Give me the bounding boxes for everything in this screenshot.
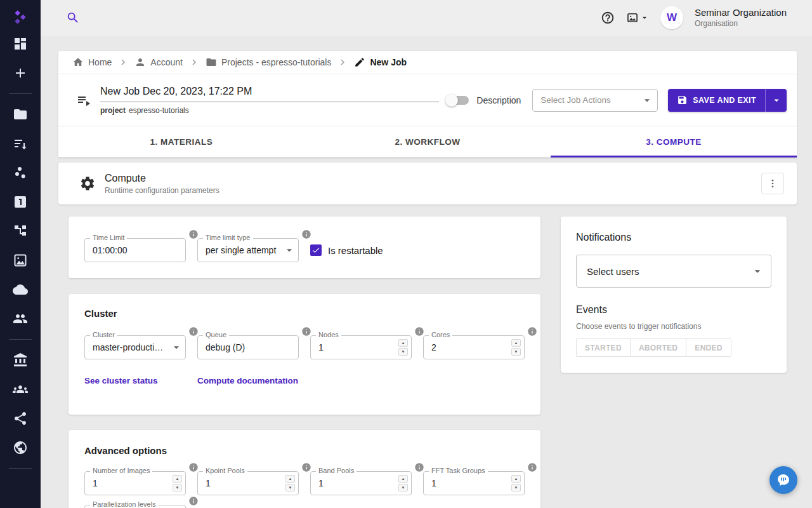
kpoint-pools-stepper[interactable] — [285, 475, 295, 491]
folder-icon — [206, 57, 217, 68]
info-icon[interactable] — [301, 229, 311, 239]
save-button-label: SAVE AND EXIT — [693, 96, 756, 105]
sidebar-divider — [9, 339, 32, 340]
breadcrumb-new-job[interactable]: New Job — [354, 57, 407, 68]
description-toggle[interactable] — [447, 96, 469, 105]
tab-materials[interactable]: 1. MATERIALS — [58, 126, 304, 157]
users-group-icon[interactable] — [13, 382, 28, 397]
job-title-input[interactable]: New Job Dec 20, 2023, 17:22 PM — [100, 86, 439, 102]
project-label: project — [100, 106, 126, 115]
info-icon[interactable] — [527, 462, 537, 472]
is-restartable-row: Is restartable — [310, 238, 383, 262]
cluster-section-title: Cluster — [69, 294, 540, 319]
fft-task-groups-input[interactable] — [424, 472, 524, 495]
cluster-links-row: See cluster status Compute documentation — [69, 376, 540, 385]
parallelization-levels-fieldwrap: Parallelization levels — [84, 505, 186, 508]
parallelization-levels-label: Parallelization levels — [90, 500, 159, 508]
time-limit-type-label: Time limit type — [203, 234, 253, 242]
number-of-images-input[interactable] — [85, 472, 185, 495]
stepper-up-icon[interactable] — [285, 475, 295, 483]
nodes-input[interactable] — [311, 336, 411, 359]
jobs-sort-icon[interactable] — [13, 136, 28, 151]
stepper-down-icon[interactable] — [173, 484, 182, 491]
number-of-images-label: Number of Images — [90, 467, 152, 475]
time-limit-row: Time Limit Time limit type per single at… — [69, 217, 540, 262]
breadcrumb-home[interactable]: Home — [72, 57, 112, 68]
stepper-down-icon[interactable] — [511, 484, 521, 491]
share-icon[interactable] — [13, 411, 28, 426]
search-icon[interactable] — [66, 11, 80, 25]
see-cluster-status-link[interactable]: See cluster status — [84, 376, 197, 385]
add-new-icon[interactable] — [13, 65, 28, 81]
check-icon — [311, 246, 320, 255]
stepper-up-icon[interactable] — [398, 339, 408, 347]
feedback-menu-icon[interactable] — [626, 11, 649, 24]
events-caption: Choose events to trigger notifications — [576, 322, 771, 331]
compute-documentation-link[interactable]: Compute documentation — [197, 376, 298, 385]
band-pools-fieldwrap: Band Pools — [310, 471, 412, 495]
section-menu-button[interactable] — [761, 173, 784, 194]
is-restartable-checkbox[interactable] — [310, 244, 322, 256]
stepper-up-icon[interactable] — [398, 475, 408, 483]
job-actions-select[interactable]: Select Job Actions — [532, 89, 658, 112]
breadcrumb-account[interactable]: Account — [134, 57, 183, 68]
breadcrumb-label: Projects - espresso-tutorials — [221, 57, 332, 67]
time-limit-input[interactable] — [85, 239, 185, 262]
home-icon — [72, 57, 84, 68]
nodes-stepper[interactable] — [398, 339, 408, 356]
band-pools-stepper[interactable] — [398, 475, 408, 491]
counter-one-icon[interactable] — [13, 194, 28, 210]
breadcrumb-projects[interactable]: Projects - espresso-tutorials — [206, 57, 332, 68]
stepper-up-icon[interactable] — [511, 339, 521, 347]
job-tabs: 1. MATERIALS 2. WORKFLOW 3. COMPUTE — [58, 126, 797, 157]
chat-bubble-icon — [776, 472, 791, 488]
organization-bank-icon[interactable] — [13, 352, 28, 368]
topbar-right: W Seminar Organization Organisation — [601, 6, 787, 29]
avatar[interactable]: W — [660, 6, 683, 29]
job-project-line: projectespresso-tutorials — [100, 106, 439, 115]
save-and-exit-button[interactable]: SAVE AND EXIT — [668, 89, 765, 112]
stepper-down-icon[interactable] — [285, 484, 295, 491]
mat3ra-logo-icon[interactable] — [12, 9, 29, 25]
band-pools-input[interactable] — [311, 472, 411, 495]
images-icon[interactable] — [13, 253, 28, 268]
stepper-down-icon[interactable] — [398, 348, 408, 356]
info-icon[interactable] — [188, 496, 199, 506]
event-ended-button[interactable]: ENDED — [686, 338, 731, 357]
stepper-up-icon[interactable] — [173, 475, 182, 483]
tab-workflow[interactable]: 2. WORKFLOW — [304, 126, 551, 157]
cores-stepper[interactable] — [511, 339, 521, 356]
globe-icon[interactable] — [13, 440, 28, 455]
chat-launcher-button[interactable] — [769, 466, 797, 494]
time-limit-card: Time Limit Time limit type per single at… — [69, 217, 540, 278]
is-restartable-label: Is restartable — [328, 245, 383, 256]
nodes-label: Nodes — [316, 331, 341, 339]
cloud-icon[interactable] — [13, 282, 28, 297]
dashboard-icon[interactable] — [13, 36, 28, 51]
cores-input[interactable] — [424, 336, 524, 359]
cluster-value: master-productio… — [85, 342, 170, 352]
tab-compute[interactable]: 3. COMPUTE — [551, 126, 797, 157]
event-started-button[interactable]: STARTED — [576, 338, 631, 357]
organization-subtitle: Organisation — [695, 20, 787, 29]
stepper-up-icon[interactable] — [511, 475, 521, 483]
kpoint-pools-input[interactable] — [198, 472, 298, 495]
help-icon[interactable] — [601, 11, 615, 25]
fft-task-groups-stepper[interactable] — [511, 475, 521, 491]
stepper-down-icon[interactable] — [398, 484, 408, 491]
workflow-tree-icon[interactable] — [13, 224, 28, 239]
chevron-down-icon — [771, 95, 782, 106]
materials-scatter-icon[interactable] — [13, 165, 28, 180]
event-aborted-button[interactable]: ABORTED — [630, 338, 686, 357]
cluster-fields-row: Cluster master-productio… Queue debug (D… — [69, 335, 540, 359]
stepper-down-icon[interactable] — [511, 348, 521, 356]
save-dropdown-button[interactable] — [765, 89, 787, 112]
advanced-fields-row: Number of Images Kpoint Pools — [69, 471, 540, 495]
cores-fieldwrap: Cores — [423, 335, 525, 359]
info-icon[interactable] — [527, 326, 537, 337]
select-users-dropdown[interactable]: Select users — [576, 255, 771, 288]
projects-folder-icon[interactable] — [13, 107, 28, 122]
number-of-images-stepper[interactable] — [173, 475, 182, 491]
queue-label: Queue — [203, 331, 229, 339]
team-group-icon[interactable] — [13, 311, 28, 326]
